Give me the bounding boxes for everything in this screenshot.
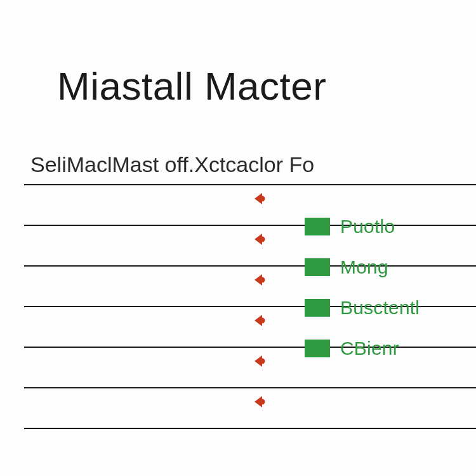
legend-swatch: [305, 299, 330, 317]
legend: Puotlo Mong Busctentl CBienr: [305, 206, 420, 369]
svg-point-1: [260, 237, 265, 242]
arrow-left-icon: [251, 353, 267, 369]
svg-point-0: [260, 196, 265, 202]
divider-line: [24, 428, 476, 429]
arrow-left-icon: [251, 272, 267, 288]
arrow-column: [251, 190, 267, 434]
svg-point-2: [260, 277, 265, 283]
arrow-left-icon: [251, 190, 267, 207]
legend-swatch: [305, 258, 330, 276]
arrow-left-icon: [251, 312, 267, 329]
legend-swatch: [305, 218, 330, 235]
legend-label: Puotlo: [340, 216, 395, 237]
page-title: Miastall Macter: [57, 63, 326, 109]
legend-label: Busctentl: [340, 297, 420, 319]
legend-item: Mong: [305, 247, 420, 288]
svg-point-3: [260, 318, 265, 324]
svg-point-4: [260, 359, 265, 364]
legend-item: Busctentl: [305, 288, 420, 328]
arrow-left-icon: [251, 231, 267, 248]
legend-label: Mong: [340, 256, 388, 278]
legend-item: Puotlo: [305, 206, 420, 247]
svg-point-5: [260, 399, 265, 405]
arrow-left-icon: [251, 393, 267, 410]
legend-item: CBienr: [305, 328, 420, 369]
divider-line: [24, 184, 476, 185]
page-subtitle: SeliMaclMast off.Xctcaclor Fo: [30, 152, 314, 177]
divider-line: [24, 387, 476, 388]
legend-swatch: [305, 340, 330, 357]
legend-label: CBienr: [340, 338, 399, 359]
